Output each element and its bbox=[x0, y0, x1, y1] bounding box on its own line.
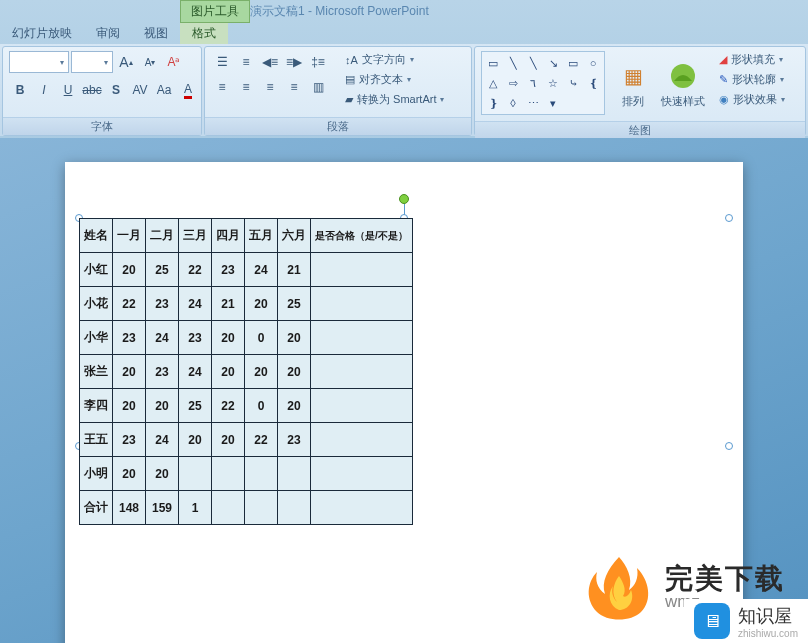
tab-slideshow[interactable]: 幻灯片放映 bbox=[0, 22, 84, 44]
rotation-handle[interactable] bbox=[399, 194, 409, 204]
table-cell[interactable] bbox=[311, 321, 413, 355]
shape-triangle-icon[interactable]: △ bbox=[484, 74, 502, 92]
shadow-button[interactable]: S bbox=[105, 79, 127, 101]
table-cell[interactable] bbox=[245, 457, 278, 491]
shape-oval-icon[interactable]: ○ bbox=[584, 54, 602, 72]
numbering-button[interactable]: ≡ bbox=[235, 51, 257, 73]
table-cell[interactable]: 22 bbox=[113, 287, 146, 321]
shape-arrow-icon[interactable]: ↘ bbox=[544, 54, 562, 72]
table-cell[interactable]: 22 bbox=[245, 423, 278, 457]
table-cell[interactable]: 20 bbox=[113, 389, 146, 423]
table-cell[interactable]: 小华 bbox=[80, 321, 113, 355]
italic-button[interactable]: I bbox=[33, 79, 55, 101]
table-cell[interactable]: 25 bbox=[146, 253, 179, 287]
bold-button[interactable]: B bbox=[9, 79, 31, 101]
tab-review[interactable]: 审阅 bbox=[84, 22, 132, 44]
arrange-button[interactable]: ▦ 排列 bbox=[611, 51, 655, 117]
table-cell[interactable] bbox=[311, 457, 413, 491]
font-family-combo[interactable]: ▾ bbox=[9, 51, 69, 73]
table-cell[interactable]: 1 bbox=[179, 491, 212, 525]
selection-handle[interactable] bbox=[725, 214, 733, 222]
align-text-button[interactable]: ▤对齐文本▾ bbox=[341, 71, 448, 88]
table-cell[interactable]: 小花 bbox=[80, 287, 113, 321]
shape-line-icon[interactable]: ╲ bbox=[504, 54, 522, 72]
table-cell[interactable]: 20 bbox=[146, 389, 179, 423]
selection-handle[interactable] bbox=[725, 442, 733, 450]
table-cell[interactable]: 23 bbox=[113, 423, 146, 457]
shape-outline-button[interactable]: ✎形状轮廓▾ bbox=[715, 71, 789, 88]
table-cell[interactable]: 合计 bbox=[80, 491, 113, 525]
shape-arrow2-icon[interactable]: ⇨ bbox=[504, 74, 522, 92]
table-cell[interactable]: 20 bbox=[212, 355, 245, 389]
shape-rect-icon[interactable]: ▭ bbox=[564, 54, 582, 72]
table-cell[interactable] bbox=[245, 491, 278, 525]
increase-indent-button[interactable]: ≡▶ bbox=[283, 51, 305, 73]
tab-view[interactable]: 视图 bbox=[132, 22, 180, 44]
gallery-expand-icon[interactable]: ▾ bbox=[544, 94, 562, 112]
table-cell[interactable]: 25 bbox=[179, 389, 212, 423]
char-spacing-button[interactable]: AV bbox=[129, 79, 151, 101]
table-cell[interactable] bbox=[311, 423, 413, 457]
table-cell[interactable]: 0 bbox=[245, 389, 278, 423]
table-cell[interactable]: 23 bbox=[146, 287, 179, 321]
table-cell[interactable] bbox=[311, 355, 413, 389]
shape-fill-button[interactable]: ◢形状填充▾ bbox=[715, 51, 789, 68]
table-cell[interactable]: 20 bbox=[212, 423, 245, 457]
quick-styles-button[interactable]: 快速样式 bbox=[661, 51, 705, 117]
increase-font-button[interactable]: A▴ bbox=[115, 51, 137, 73]
table-cell[interactable]: 24 bbox=[146, 321, 179, 355]
line-spacing-button[interactable]: ‡≡ bbox=[307, 51, 329, 73]
strikethrough-button[interactable]: abc bbox=[81, 79, 103, 101]
table-cell[interactable]: 24 bbox=[245, 253, 278, 287]
table-cell[interactable]: 25 bbox=[278, 287, 311, 321]
table-cell[interactable]: 李四 bbox=[80, 389, 113, 423]
table-cell[interactable]: 小红 bbox=[80, 253, 113, 287]
table-cell[interactable]: 20 bbox=[179, 423, 212, 457]
font-color-button[interactable]: A bbox=[177, 79, 199, 101]
table-cell[interactable]: 24 bbox=[146, 423, 179, 457]
table-cell[interactable]: 20 bbox=[278, 321, 311, 355]
table-cell[interactable] bbox=[179, 457, 212, 491]
table-cell[interactable]: 20 bbox=[113, 355, 146, 389]
table-cell[interactable]: 20 bbox=[278, 389, 311, 423]
shape-curve-icon[interactable]: ٦ bbox=[524, 74, 542, 92]
table-cell[interactable] bbox=[212, 457, 245, 491]
text-direction-button[interactable]: ↕A文字方向▾ bbox=[341, 51, 448, 68]
table-cell[interactable]: 23 bbox=[179, 321, 212, 355]
table-cell[interactable]: 159 bbox=[146, 491, 179, 525]
table-cell[interactable]: 20 bbox=[212, 321, 245, 355]
table-cell[interactable]: 23 bbox=[212, 253, 245, 287]
table-cell[interactable]: 20 bbox=[245, 355, 278, 389]
table-cell[interactable]: 0 bbox=[245, 321, 278, 355]
table-cell[interactable]: 21 bbox=[278, 253, 311, 287]
justify-button[interactable]: ≡ bbox=[283, 76, 305, 98]
shape-callout-icon[interactable]: ◊ bbox=[504, 94, 522, 112]
shape-star-icon[interactable]: ☆ bbox=[544, 74, 562, 92]
convert-smartart-button[interactable]: ▰转换为 SmartArt▾ bbox=[341, 91, 448, 108]
shape-line2-icon[interactable]: ╲ bbox=[524, 54, 542, 72]
shapes-gallery[interactable]: ▭ ╲ ╲ ↘ ▭ ○ △ ⇨ ٦ ☆ ⤷ ❴ ❵ ◊ ⋯ ▾ bbox=[481, 51, 605, 115]
table-cell[interactable]: 148 bbox=[113, 491, 146, 525]
font-size-combo[interactable]: ▾ bbox=[71, 51, 113, 73]
clear-format-button[interactable]: Aᵃ bbox=[163, 51, 185, 73]
table-cell[interactable]: 23 bbox=[146, 355, 179, 389]
shape-brace-icon[interactable]: ❴ bbox=[584, 74, 602, 92]
columns-button[interactable]: ▥ bbox=[307, 76, 329, 98]
table-cell[interactable]: 23 bbox=[278, 423, 311, 457]
shape-effects-button[interactable]: ◉形状效果▾ bbox=[715, 91, 789, 108]
shape-more-icon[interactable]: ⋯ bbox=[524, 94, 542, 112]
table-cell[interactable] bbox=[278, 457, 311, 491]
align-right-button[interactable]: ≡ bbox=[259, 76, 281, 98]
bullets-button[interactable]: ☰ bbox=[211, 51, 233, 73]
shape-brace2-icon[interactable]: ❵ bbox=[484, 94, 502, 112]
table-cell[interactable]: 21 bbox=[212, 287, 245, 321]
table-cell[interactable] bbox=[311, 389, 413, 423]
table-cell[interactable] bbox=[311, 253, 413, 287]
table-cell[interactable] bbox=[212, 491, 245, 525]
shape-connector-icon[interactable]: ⤷ bbox=[564, 74, 582, 92]
table-cell[interactable]: 小明 bbox=[80, 457, 113, 491]
underline-button[interactable]: U bbox=[57, 79, 79, 101]
table-cell[interactable]: 20 bbox=[245, 287, 278, 321]
tab-format[interactable]: 格式 bbox=[180, 22, 228, 44]
table-cell[interactable]: 20 bbox=[146, 457, 179, 491]
